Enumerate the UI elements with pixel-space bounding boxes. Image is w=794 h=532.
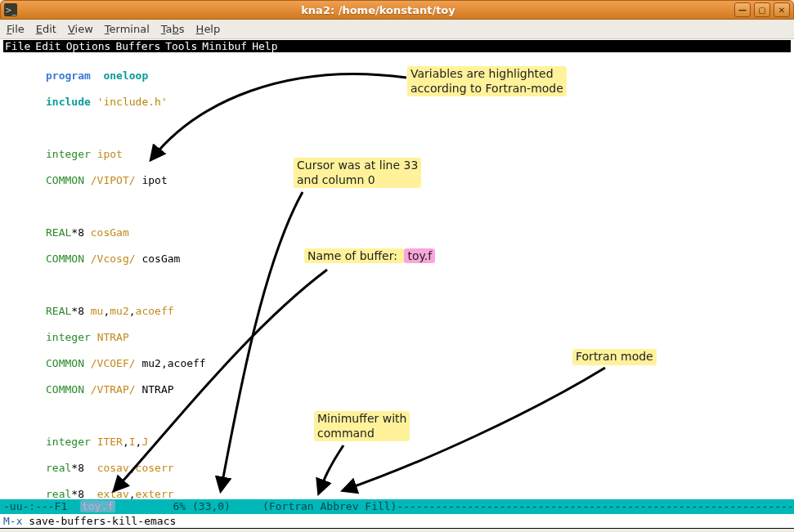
emacs-menu-help[interactable]: Help	[252, 40, 277, 52]
modeline-left: -uu-:---F1	[3, 500, 80, 512]
emacs-menu-edit[interactable]: Edit	[35, 40, 61, 52]
modeline-tail: ----------------------------------------…	[397, 500, 794, 512]
menu-view[interactable]: View	[68, 23, 93, 35]
terminal-menubar: File Edit View Terminal Tabs Help	[0, 20, 794, 39]
emacs-menu-options[interactable]: Options	[66, 40, 111, 52]
emacs-menu-tools[interactable]: Tools	[165, 40, 197, 52]
terminal-icon: >_	[4, 3, 17, 16]
minimize-button[interactable]: —	[734, 2, 751, 17]
window-titlebar: >_ kna2: /home/konstant/toy — ▢ ✕	[0, 0, 794, 20]
emacs-menu-buffers[interactable]: Buffers	[115, 40, 160, 52]
modeline: -uu-:---F1 toy.f 6% (33,0) (Fortran Abbr…	[0, 499, 794, 513]
modeline-mode: (Fortran Abbrev Fill)	[262, 500, 397, 512]
menu-tabs[interactable]: Tabs	[161, 23, 185, 35]
menu-file[interactable]: File	[7, 23, 25, 35]
emacs-menu-minibuf[interactable]: Minibuf	[202, 40, 247, 52]
emacs-frame: File Edit Options Buffers Tools Minibuf …	[0, 39, 794, 529]
emacs-menu-file[interactable]: File	[5, 40, 30, 52]
menu-terminal[interactable]: Terminal	[105, 23, 150, 35]
maximize-button[interactable]: ▢	[754, 2, 770, 17]
menu-edit[interactable]: Edit	[36, 23, 56, 35]
window-title: kna2: /home/konstant/toy	[22, 4, 734, 16]
emacs-menubar: File Edit Options Buffers Tools Minibuf …	[0, 39, 794, 53]
editor-area[interactable]: program oneloop include 'include.h' inte…	[0, 53, 794, 499]
menu-help[interactable]: Help	[196, 23, 221, 35]
modeline-buffer-name: toy.f	[80, 500, 115, 512]
modeline-position: 6% (33,0)	[115, 500, 262, 512]
close-button[interactable]: ✕	[774, 2, 790, 17]
code-content: program oneloop include 'include.h' inte…	[0, 53, 794, 499]
minibuffer-command: save-buffers-kill-emacs	[29, 515, 176, 527]
minibuffer-prompt: M-x	[3, 515, 29, 527]
minibuffer[interactable]: M-x save-buffers-kill-emacs	[0, 513, 794, 529]
